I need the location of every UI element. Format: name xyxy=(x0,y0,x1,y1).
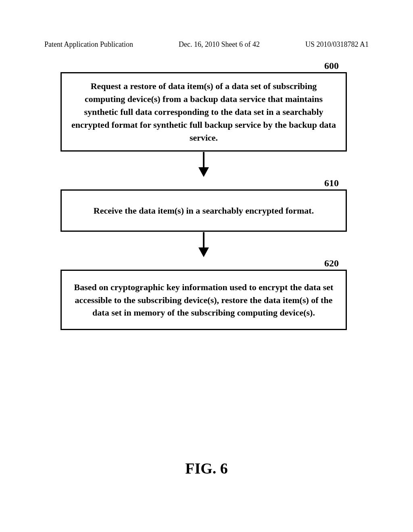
step-label-610: 610 xyxy=(60,178,347,189)
figure-caption: FIG. 6 xyxy=(0,459,413,477)
arrow-down-2 xyxy=(60,232,347,258)
header-left: Patent Application Publication xyxy=(44,40,133,49)
arrow-head-icon xyxy=(198,247,209,257)
arrow-head-icon xyxy=(198,167,209,177)
flowchart-step-600: Request a restore of data item(s) of a d… xyxy=(60,72,347,152)
step-label-600: 600 xyxy=(60,60,347,71)
step-label-620: 620 xyxy=(60,258,347,269)
arrow-shaft-icon xyxy=(203,232,204,248)
flowchart: 600 Request a restore of data item(s) of… xyxy=(60,60,347,330)
flowchart-step-610: Receive the data item(s) in a searchably… xyxy=(60,189,347,232)
header-right: US 2010/0318782 A1 xyxy=(305,40,369,49)
flowchart-step-600-text: Request a restore of data item(s) of a d… xyxy=(71,80,337,144)
flowchart-step-620-text: Based on cryptographic key information u… xyxy=(71,281,337,320)
flowchart-step-610-text: Receive the data item(s) in a searchably… xyxy=(94,204,314,217)
header-center: Dec. 16, 2010 Sheet 6 of 42 xyxy=(179,40,260,49)
arrow-down-1 xyxy=(60,152,347,178)
flowchart-step-620: Based on cryptographic key information u… xyxy=(60,270,347,330)
page-header: Patent Application Publication Dec. 16, … xyxy=(0,40,413,49)
arrow-shaft-icon xyxy=(203,152,204,168)
